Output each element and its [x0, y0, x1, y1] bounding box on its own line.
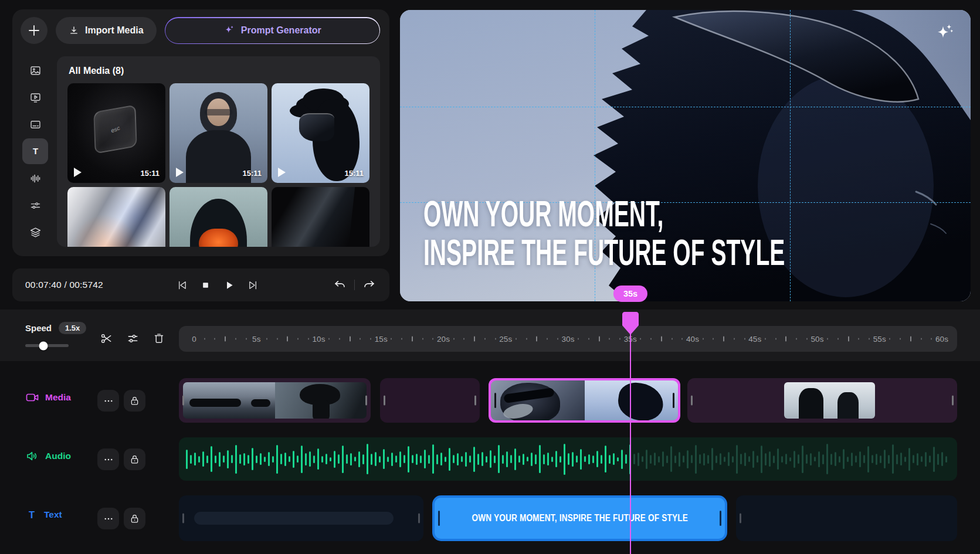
tab-audio[interactable]	[22, 165, 48, 191]
add-button[interactable]	[21, 17, 48, 44]
media-track-header: Media	[25, 390, 71, 405]
audio-track-options-button[interactable]	[97, 448, 119, 470]
trim-handle-left[interactable]	[691, 396, 693, 406]
clip-thumb-braids	[275, 382, 367, 419]
ruler-label: 10s	[313, 335, 325, 344]
video-camera-icon	[25, 390, 39, 405]
audio-track-header: Audio	[25, 449, 71, 463]
media-item-woman-glasses-video[interactable]: 15:11	[169, 83, 267, 183]
media-item-vr-headset-video[interactable]: 15:11	[272, 83, 369, 183]
tab-adjust[interactable]	[22, 192, 48, 218]
media-item-esc-key-video[interactable]: esc 15:11	[67, 83, 165, 183]
download-icon	[69, 25, 79, 36]
video-editor-app: Import Media Prompt Generator T	[0, 0, 980, 554]
text-track-lock-button[interactable]	[124, 508, 145, 529]
library-toolbar: Import Media Prompt Generator	[21, 17, 380, 44]
stop-button[interactable]	[199, 278, 212, 292]
ruler-label: 30s	[562, 335, 575, 344]
speed-control: Speed 1.5x	[25, 322, 86, 334]
esc-key-graphic: esc	[93, 104, 137, 154]
tab-media[interactable]	[22, 57, 48, 83]
trim-handle-right[interactable]	[418, 514, 420, 524]
trim-handle-left[interactable]	[182, 514, 184, 524]
speed-slider[interactable]	[25, 344, 69, 347]
ruler-label: 40s	[686, 335, 699, 344]
speed-slider-knob[interactable]	[39, 341, 48, 350]
trim-handle-right[interactable]	[365, 396, 367, 406]
media-library-panel: Import Media Prompt Generator T	[12, 9, 389, 256]
ruler-label: 0	[192, 335, 196, 344]
ellipsis-icon	[103, 454, 114, 465]
trim-handle-right[interactable]	[474, 396, 476, 406]
history-controls	[333, 278, 377, 293]
clip-adjust-button[interactable]	[124, 329, 142, 348]
audio-waveform	[186, 437, 950, 481]
speed-value-badge: 1.5x	[59, 322, 86, 334]
audio-track-lane[interactable]	[179, 437, 957, 481]
sparkle-icon	[223, 25, 235, 36]
trim-handle-left[interactable]	[438, 511, 440, 526]
import-media-button[interactable]: Import Media	[56, 17, 157, 44]
playhead-time-badge[interactable]: 35s	[613, 286, 647, 302]
video-player-icon	[29, 91, 42, 104]
media-track-lock-button[interactable]	[124, 390, 145, 412]
trim-handle-right[interactable]	[673, 393, 674, 408]
media-item-dark-abstract[interactable]	[272, 187, 369, 247]
trash-icon	[152, 332, 165, 345]
text-track-header: T Text	[25, 508, 62, 521]
play-icon	[278, 168, 286, 177]
audio-track-lock-button[interactable]	[124, 448, 145, 470]
media-clip-2[interactable]	[380, 378, 480, 423]
media-track-options-button[interactable]	[97, 390, 119, 412]
lock-icon	[129, 513, 140, 524]
redo-button[interactable]	[362, 278, 377, 293]
ruler-label: 20s	[437, 335, 450, 344]
skip-back-button[interactable]	[175, 278, 189, 293]
timeline-ruler[interactable]: 05s10s15s20s25s30s35s40s45s50s55s60s	[179, 326, 957, 352]
media-clip-1[interactable]	[179, 378, 371, 423]
text-clip-3[interactable]	[736, 495, 957, 541]
text-track-options-button[interactable]	[97, 508, 119, 529]
trim-handle-left[interactable]	[494, 393, 496, 408]
timeline-toolbar: Speed 1.5x 05s10s15s20s25s30s35s40s45s50…	[0, 310, 980, 361]
scissors-icon	[100, 332, 113, 345]
media-item-chrome-abstract[interactable]	[67, 187, 165, 247]
overlay-headline[interactable]: OWN YOUR MOMENT, INSPIRE THE FUTURE OF S…	[423, 194, 785, 271]
prompt-generator-label: Prompt Generator	[241, 25, 321, 36]
transport-controls	[103, 278, 333, 293]
split-clip-button[interactable]	[97, 329, 116, 348]
tab-video[interactable]	[22, 84, 48, 110]
media-clip-3-selected[interactable]	[489, 378, 680, 423]
play-button[interactable]	[222, 278, 236, 293]
trim-handle-left[interactable]	[384, 396, 385, 406]
tab-text[interactable]: T	[22, 138, 48, 164]
text-clip-2-selected[interactable]: OWN YOUR MOMENT, INSPIRE THE FUTURE OF S…	[432, 495, 727, 541]
trim-handle-left[interactable]	[740, 514, 741, 524]
overlay-headline-line1: OWN YOUR MOMENT,	[423, 194, 785, 233]
tab-captions[interactable]	[22, 111, 48, 137]
prompt-generator-button[interactable]: Prompt Generator	[165, 18, 379, 43]
playhead-marker[interactable]	[622, 311, 639, 335]
skip-forward-button[interactable]	[246, 278, 260, 293]
playback-bar: 00:07:40 / 00:5742	[12, 268, 389, 301]
ruler-label: 15s	[375, 335, 388, 344]
import-media-label: Import Media	[85, 25, 144, 36]
media-item-helmet-visor[interactable]	[169, 187, 267, 247]
delete-clip-button[interactable]	[150, 329, 168, 347]
undo-button[interactable]	[333, 278, 347, 293]
trim-handle-right[interactable]	[952, 396, 954, 406]
clip-thumb-controller	[183, 382, 275, 419]
tab-layers[interactable]	[22, 219, 48, 245]
ruler-label: 50s	[811, 335, 824, 344]
text-clip-1[interactable]	[179, 495, 423, 541]
trim-handle-left[interactable]	[182, 396, 184, 406]
ruler-label: 5s	[252, 335, 260, 344]
text-track-lane: OWN YOUR MOMENT, INSPIRE THE FUTURE OF S…	[179, 495, 957, 541]
ai-sparkles-icon[interactable]	[934, 22, 955, 43]
media-clip-4[interactable]	[687, 378, 957, 423]
video-preview-canvas[interactable]: OWN YOUR MOMENT, INSPIRE THE FUTURE OF S…	[400, 10, 971, 301]
ellipsis-icon	[103, 514, 114, 524]
ruler-label: 55s	[873, 335, 886, 344]
trim-handle-right[interactable]	[720, 511, 721, 526]
plus-icon	[28, 24, 40, 37]
